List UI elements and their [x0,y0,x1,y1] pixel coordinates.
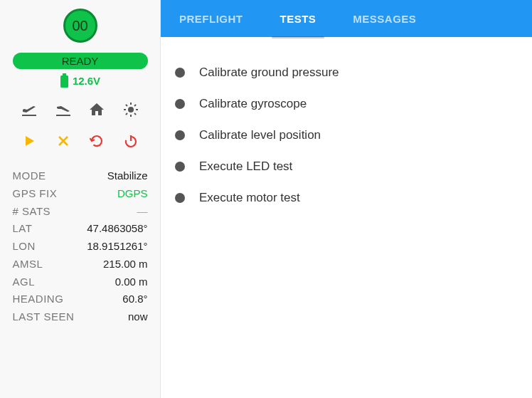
bullet-icon [175,162,185,172]
action-row-2 [13,129,148,153]
test-execute-motor[interactable]: Execute motor test [175,182,518,214]
bullet-icon [175,130,185,140]
test-label: Execute motor test [199,191,300,205]
svg-line-7 [126,105,127,106]
telemetry-sats: # SATS — [13,203,148,221]
tab-messages[interactable]: MESSAGES [334,0,435,37]
svg-line-10 [134,105,136,106]
sidebar: 00 READY 12.6V [0,0,161,398]
takeoff-button[interactable] [15,98,43,122]
test-label: Calibrate ground pressure [199,66,339,80]
svg-rect-1 [60,75,68,88]
brightness-button[interactable] [117,98,145,122]
reload-button[interactable] [83,129,111,153]
status-pill: READY [13,53,148,69]
test-label: Calibrate gyroscope [199,97,307,111]
tests-list: Calibrate ground pressure Calibrate gyro… [161,37,532,234]
voltage-row: 12.6V [60,73,100,88]
svg-rect-0 [63,73,66,75]
test-label: Calibrate level position [199,128,321,142]
bullet-icon [175,99,185,109]
test-calibrate-level-position[interactable]: Calibrate level position [175,120,518,151]
test-execute-led[interactable]: Execute LED test [175,151,518,182]
home-button[interactable] [83,98,111,122]
telemetry-amsl: AMSL 215.00 m [13,256,148,273]
land-button[interactable] [49,98,78,122]
power-button[interactable] [117,129,145,153]
play-button[interactable] [15,129,43,153]
telemetry-gpsfix: GPS FIX DGPS [13,185,148,203]
tab-tests[interactable]: TESTS [262,0,335,37]
telemetry-agl: AGL 0.00 m [13,273,148,291]
telemetry-heading: HEADING 60.8° [13,290,148,308]
test-label: Execute LED test [199,159,292,174]
voltage-value: 12.6V [73,75,100,87]
drone-id-badge: 00 [63,9,97,43]
telemetry-panel: MODE Stabilize GPS FIX DGPS # SATS — LAT… [13,167,148,326]
test-calibrate-ground-pressure[interactable]: Calibrate ground pressure [175,57,518,88]
main-panel: PREFLIGHT TESTS MESSAGES Calibrate groun… [161,0,532,398]
svg-line-9 [126,113,127,115]
telemetry-mode: MODE Stabilize [13,167,148,185]
svg-point-2 [128,107,134,112]
test-calibrate-gyroscope[interactable]: Calibrate gyroscope [175,88,518,120]
tab-bar: PREFLIGHT TESTS MESSAGES [161,0,532,37]
telemetry-lat: LAT 47.4863058° [13,220,148,238]
svg-line-8 [134,113,136,115]
bullet-icon [175,68,185,78]
telemetry-lon: LON 18.9151261° [13,238,148,256]
action-row-1 [13,98,148,122]
battery-icon [60,73,69,88]
telemetry-lastseen: LAST SEEN now [13,308,148,326]
bullet-icon [175,193,185,203]
cancel-button[interactable] [49,129,78,153]
tab-preflight[interactable]: PREFLIGHT [161,0,262,37]
